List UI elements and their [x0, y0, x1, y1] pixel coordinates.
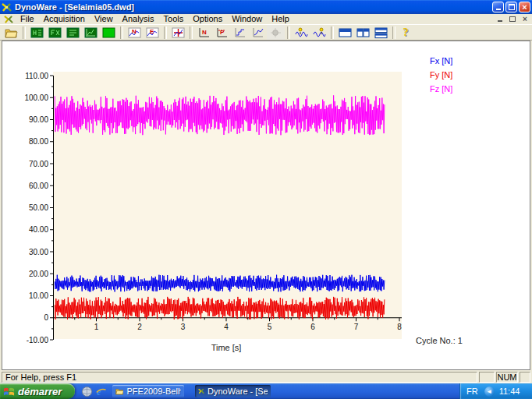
legend-item-fz: Fz [N] — [430, 83, 452, 97]
svg-text:0: 0 — [44, 313, 48, 322]
folder-icon — [115, 387, 123, 396]
restore-button[interactable] — [505, 2, 517, 12]
svg-text:2: 2 — [137, 323, 142, 331]
task-buttons: PFE2009-BelhadiDynoWare - [Selaimia... — [112, 385, 282, 397]
ie-channels-icon[interactable] — [81, 386, 93, 397]
menu-window[interactable]: Window — [227, 14, 267, 24]
taskbar-button-dynoware[interactable]: DynoWare - [Selaimia... — [195, 385, 271, 397]
start-button-label: démarrer — [18, 386, 62, 397]
svg-text:?: ? — [403, 26, 409, 38]
windows-flag-icon — [3, 386, 15, 397]
menu-analysis[interactable]: Analysis — [118, 14, 159, 24]
svg-text:1: 1 — [94, 323, 99, 331]
toolbar-separator — [392, 26, 395, 39]
toolbar: NENP?? — [0, 24, 532, 41]
desktop: { "window": { "title": "DynoWare - [Sela… — [0, 0, 532, 399]
mdi-close-icon: × — [523, 16, 527, 23]
mdi-close-button[interactable]: × — [520, 15, 530, 23]
language-indicator[interactable]: FR — [466, 387, 478, 396]
menu-acquisition[interactable]: Acquisition — [39, 14, 90, 24]
svg-text:90.00: 90.00 — [29, 115, 48, 124]
svg-text:100.00: 100.00 — [24, 94, 48, 102]
menu-tools[interactable]: Tools — [159, 14, 189, 24]
graph-n-button[interactable]: N — [195, 25, 213, 40]
menu-bar: FileAcquisitionViewAnalysisToolsOptionsW… — [0, 14, 532, 24]
svg-text:70.00: 70.00 — [29, 160, 48, 168]
menu-help[interactable]: Help — [267, 14, 294, 24]
clock: 11:44 — [499, 387, 520, 396]
toolbar-separator — [190, 26, 193, 39]
close-icon: × — [522, 3, 527, 11]
restore-icon — [509, 4, 515, 10]
toolbar-separator — [23, 26, 26, 39]
svg-text:6: 6 — [310, 323, 315, 331]
menu-view[interactable]: View — [90, 14, 118, 24]
mdi-minimize-icon — [498, 20, 502, 22]
toolbar-separator — [287, 26, 290, 39]
mdi-restore-button[interactable] — [507, 15, 518, 23]
minimize-icon — [496, 9, 501, 10]
hardware-setup-button[interactable] — [28, 25, 46, 40]
svg-text:8: 8 — [397, 323, 402, 331]
mdi-restore-icon — [509, 16, 516, 22]
layout-vertical-button[interactable] — [354, 25, 372, 40]
status-panel-empty — [479, 372, 495, 383]
system-tray: FR ◄ 11:44 — [459, 383, 532, 399]
svg-text:10.00: 10.00 — [29, 291, 48, 300]
layout-stacked-button[interactable] — [372, 25, 390, 40]
dynoware-app-icon — [2, 2, 12, 12]
svg-text:3: 3 — [181, 323, 186, 331]
start-button[interactable]: démarrer — [0, 383, 75, 399]
svg-text:N: N — [132, 28, 137, 35]
layout-horizontal-button[interactable] — [336, 25, 354, 40]
internet-explorer-icon[interactable]: e — [95, 386, 107, 397]
svg-text:30.00: 30.00 — [29, 248, 48, 256]
title-bar: DynoWare - [Selaimia05.dwd] × — [0, 0, 532, 14]
menu-file[interactable]: File — [16, 14, 39, 24]
toolbar-separator — [120, 26, 123, 39]
svg-text:60.00: 60.00 — [29, 182, 48, 190]
svg-text:110.00: 110.00 — [25, 72, 48, 80]
help-button[interactable]: ?? — [398, 25, 416, 40]
status-panel-grip — [520, 372, 530, 383]
svg-text:E: E — [150, 28, 154, 35]
svg-text:40.00: 40.00 — [29, 225, 48, 234]
mdi-minimize-button[interactable] — [495, 15, 505, 23]
legend-item-fx: Fx [N] — [430, 55, 452, 69]
view-expanded-button[interactable]: E — [144, 25, 161, 40]
status-help-text: For Help, press F1 — [2, 372, 477, 383]
taskbar: démarrer e PFE2009-BelhadiDynoWare - [Se… — [0, 383, 532, 399]
menu-items: FileAcquisitionViewAnalysisToolsOptionsW… — [16, 14, 495, 24]
svg-text:4: 4 — [224, 323, 229, 331]
view-cursor-button[interactable] — [169, 25, 187, 40]
cursor-a-button[interactable] — [293, 25, 310, 40]
status-num-indicator: NUM — [496, 372, 518, 383]
close-button[interactable]: × — [519, 2, 530, 12]
svg-text:7: 7 — [354, 323, 359, 331]
status-bar: For Help, press F1 NUM — [0, 370, 532, 383]
graph-p-button[interactable]: P — [213, 25, 231, 40]
open-file-button[interactable] — [2, 25, 20, 40]
dynoware-icon — [198, 387, 204, 396]
toolbar-separator — [164, 26, 167, 39]
sensor-setup-button[interactable] — [46, 25, 64, 40]
svg-text:P: P — [220, 29, 225, 36]
cursor-b-button[interactable] — [310, 25, 328, 40]
view-setup-button[interactable] — [82, 25, 100, 40]
start-acquisition-button[interactable] — [100, 25, 118, 40]
graph-mini-1-button[interactable] — [231, 25, 249, 40]
minimize-button[interactable] — [492, 2, 504, 12]
documentation-button[interactable] — [64, 25, 82, 40]
taskbar-button-explorer[interactable]: PFE2009-Belhadi — [112, 385, 184, 397]
view-normal-button[interactable]: N — [126, 25, 144, 40]
window-title: DynoWare - [Selaimia05.dwd] — [15, 2, 491, 12]
toolbar-separator — [331, 26, 334, 39]
graph-mini-2-button[interactable] — [249, 25, 267, 40]
chart-legend: Fx [N]Fy [N]Fz [N] — [430, 55, 452, 97]
svg-text:20.00: 20.00 — [29, 270, 48, 278]
document-icon — [4, 15, 13, 24]
svg-text:80.00: 80.00 — [29, 137, 48, 146]
menu-options[interactable]: Options — [188, 14, 227, 24]
svg-text:5: 5 — [268, 323, 272, 331]
hide-icons-chevron-icon[interactable]: ◄ — [484, 387, 495, 397]
